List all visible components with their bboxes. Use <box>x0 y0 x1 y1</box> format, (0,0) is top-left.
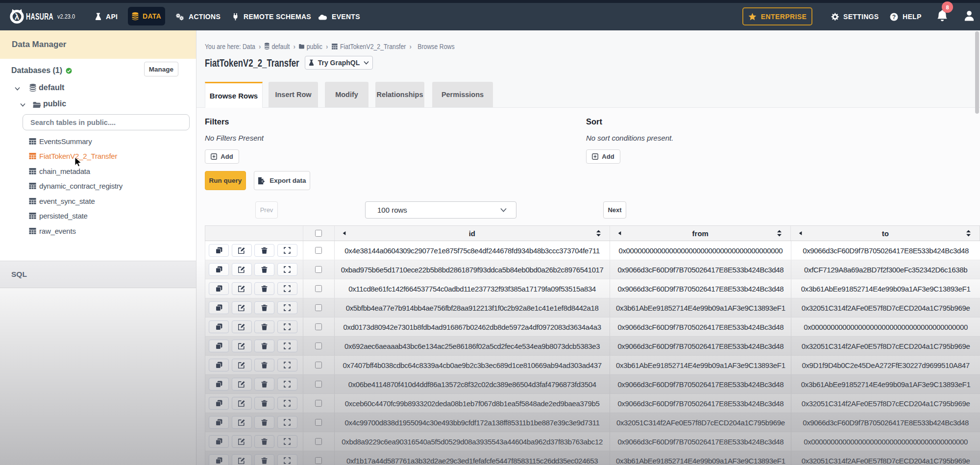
svg-text:?: ? <box>892 13 896 20</box>
svg-text:λ: λ <box>15 12 20 22</box>
